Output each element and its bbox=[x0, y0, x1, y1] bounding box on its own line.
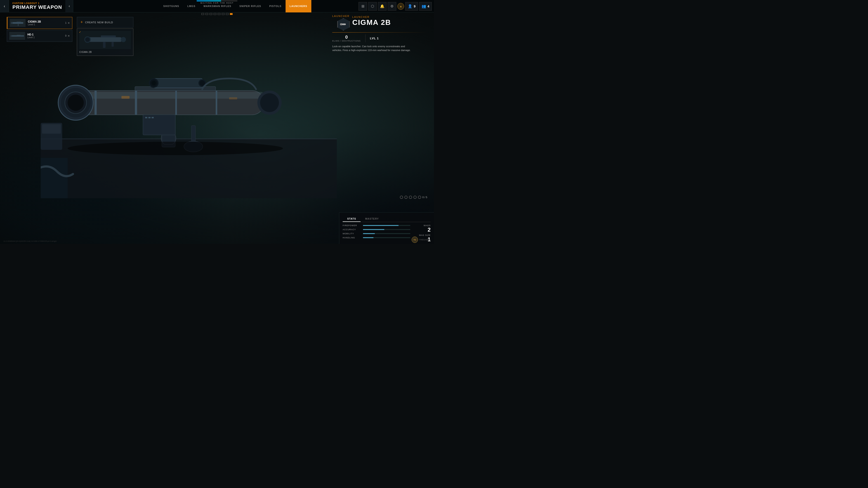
svg-rect-27 bbox=[216, 91, 217, 115]
build-selection-panel: + Create New Build ✓ CIGMA 2B bbox=[77, 17, 133, 57]
tab-launchers[interactable]: LAUNCHERS bbox=[285, 0, 311, 12]
stats-tab-label: STATS bbox=[347, 217, 356, 220]
tab-stats-button[interactable]: STATS bbox=[343, 216, 361, 222]
loadout-item-count-he1: 0 bbox=[65, 35, 66, 37]
svg-point-56 bbox=[121, 37, 126, 42]
svg-point-23 bbox=[199, 80, 205, 86]
svg-rect-47 bbox=[10, 35, 24, 36]
bell-icon-button[interactable]: 🔔 bbox=[378, 2, 386, 11]
grid-icon: ⊞ bbox=[362, 4, 364, 8]
firepower-fill bbox=[363, 225, 399, 226]
progress-dots bbox=[202, 13, 232, 15]
build-item-cigma2b[interactable]: ✓ CIGMA 2B bbox=[77, 29, 133, 56]
watermark-logo: TG bbox=[412, 236, 418, 243]
progress-dot-5 bbox=[218, 13, 220, 15]
loadout-item-level-he1: Level 1 bbox=[27, 36, 65, 39]
svg-rect-46 bbox=[18, 24, 19, 26]
tab-lmgs[interactable]: LMGS bbox=[183, 0, 199, 12]
weapon-svg bbox=[41, 32, 337, 203]
profile-person-icon: ▲ bbox=[399, 5, 402, 8]
loadout-item-actions-cigma2b: 1 ✕ bbox=[65, 22, 70, 25]
attachment-dot-5 bbox=[418, 196, 421, 199]
create-new-build-button[interactable]: + Create New Build bbox=[77, 17, 133, 28]
weapon-slot-title: PRIMARY WEAPON bbox=[12, 4, 62, 10]
tab-shotguns[interactable]: SHOTGUNS bbox=[159, 0, 183, 12]
weapon-divider bbox=[332, 32, 427, 33]
progress-dot-2 bbox=[206, 13, 208, 15]
loadout-item-count-cigma2b: 1 bbox=[65, 22, 66, 24]
progress-dot-8-active bbox=[230, 13, 232, 15]
handling-label: HANDLING bbox=[343, 236, 361, 239]
loadout-item-level-cigma2b: Level 1 bbox=[28, 23, 65, 26]
tab-pistols[interactable]: PISTOLS bbox=[265, 0, 285, 12]
stat-row-handling: HANDLING bbox=[343, 236, 410, 239]
weapon-category-label-2: LAUNCHER bbox=[352, 15, 370, 18]
weapon-name-area: LAUNCHER CIGMA 2B bbox=[352, 15, 391, 26]
loadout-panel: CIGMA 2B Level 1 1 ✕ HE-1 Level 1 0 ✕ bbox=[7, 17, 72, 43]
plus-icon: + bbox=[81, 20, 83, 25]
attachment-dot-3 bbox=[409, 196, 412, 199]
player-count-button[interactable]: 👤 9 bbox=[405, 2, 418, 11]
svg-rect-28 bbox=[143, 115, 176, 135]
svg-point-44 bbox=[11, 22, 13, 24]
weapon-description: Lock-on capable launcher. Can lock onto … bbox=[332, 44, 414, 52]
elims-value: 0 bbox=[332, 35, 361, 40]
accuracy-label: ACCURACY bbox=[343, 228, 361, 231]
loadout-item-text-he1: HE-1 Level 1 bbox=[27, 33, 65, 39]
level-value: LVL 1 bbox=[370, 37, 379, 40]
loadout-item-cigma2b[interactable]: CIGMA 2B Level 1 1 ✕ bbox=[7, 17, 72, 29]
close-icon-he1[interactable]: ✕ bbox=[68, 34, 70, 37]
build-weapon-preview-svg bbox=[84, 32, 127, 48]
tab-marksman[interactable]: MARKSMAN RIFLES bbox=[199, 0, 235, 12]
progress-dot-1 bbox=[202, 13, 204, 15]
weapon-stats-row: 0 ELIMS / DESTRUCTIONS LVL 1 bbox=[332, 34, 427, 42]
create-new-label: Create New Build bbox=[85, 21, 113, 24]
bell-icon: 🔔 bbox=[380, 4, 384, 8]
attachment-dot-1 bbox=[400, 196, 403, 199]
build-check-icon: ✓ bbox=[79, 31, 81, 34]
tab-sniper[interactable]: SNIPER RIFLES bbox=[235, 0, 265, 12]
group-count-button[interactable]: 👥 4 bbox=[419, 2, 432, 11]
svg-rect-25 bbox=[135, 91, 137, 115]
firepower-track bbox=[363, 225, 410, 226]
nav-next-button[interactable]: ‹ bbox=[65, 0, 73, 12]
svg-point-58 bbox=[340, 23, 342, 25]
stat-divider bbox=[365, 34, 366, 42]
svg-point-10 bbox=[68, 95, 84, 111]
elims-label: ELIMS / DESTRUCTIONS bbox=[332, 40, 361, 42]
level-stat: LVL 1 bbox=[370, 37, 379, 40]
loadout-item-name-he1: HE-1 bbox=[27, 33, 65, 36]
mobility-label: MOBILITY bbox=[343, 232, 361, 235]
svg-rect-24 bbox=[94, 91, 97, 115]
nav-back-button[interactable]: ‹ bbox=[0, 0, 9, 12]
grid-icon-button[interactable]: ⊞ bbox=[359, 2, 367, 11]
svg-rect-17 bbox=[154, 78, 202, 88]
group-icon: 👥 bbox=[422, 4, 426, 8]
profile-icon-button[interactable]: ▲ bbox=[397, 3, 404, 10]
settings-icon-button[interactable]: ⚙ bbox=[388, 2, 396, 11]
close-icon-cigma2b[interactable]: ✕ bbox=[68, 22, 70, 25]
weapon-hex-icon-container: LAUNCHER bbox=[332, 15, 350, 31]
svg-rect-37 bbox=[121, 96, 129, 99]
attachment-count-display: 0 / 5 bbox=[423, 196, 427, 199]
svg-rect-55 bbox=[112, 42, 114, 47]
debug-info: 11.2.20309444 [24-3|10235+11A] 11/1390-1… bbox=[3, 240, 57, 242]
build-name-cigma2b: CIGMA 2B bbox=[79, 51, 131, 53]
svg-rect-32 bbox=[152, 117, 154, 119]
mags-value: 2 bbox=[419, 227, 431, 233]
stat-row-mobility: MOBILITY bbox=[343, 232, 410, 235]
progress-dot-4 bbox=[214, 13, 216, 15]
loadout-item-he1[interactable]: HE-1 Level 1 0 ✕ bbox=[7, 30, 72, 42]
mag-size-label: MAG SIZE bbox=[419, 234, 431, 236]
progress-dot-3 bbox=[210, 13, 212, 15]
mobility-fill bbox=[363, 233, 375, 234]
watermark-text: THEGAMER bbox=[419, 238, 431, 241]
attachment-slots-area: 0 / 5 bbox=[400, 196, 427, 199]
svg-rect-41 bbox=[42, 124, 61, 134]
tab-mastery-button[interactable]: MASTERY bbox=[361, 216, 383, 222]
mastery-tab-label: MASTERY bbox=[365, 217, 379, 220]
weapon-tabs: SHOTGUNS LMGS MARKSMAN RIFLES SNIPER RIF… bbox=[159, 0, 311, 12]
svg-rect-42 bbox=[41, 158, 68, 198]
accuracy-fill bbox=[363, 229, 384, 230]
camera-icon-button[interactable]: ⬡ bbox=[368, 2, 377, 11]
